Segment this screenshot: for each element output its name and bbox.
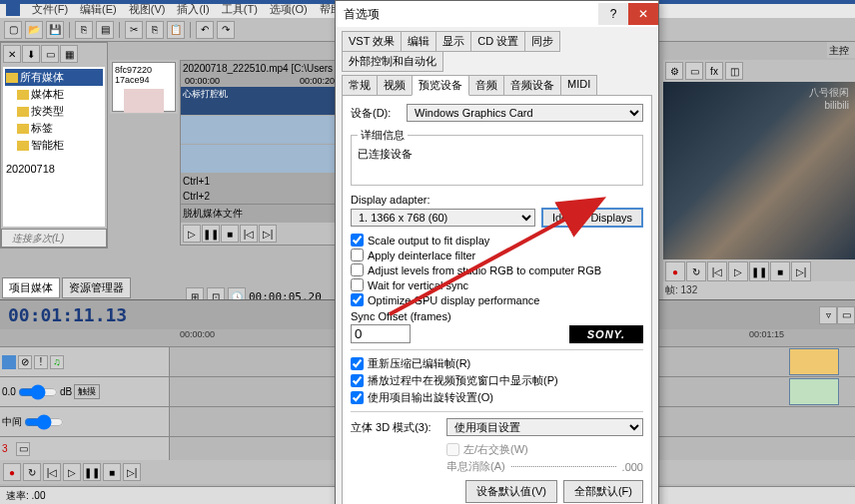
pv-fx-icon[interactable]: fx (705, 62, 723, 80)
sync-offset-input[interactable] (351, 324, 411, 343)
audio-wave-1[interactable] (181, 116, 339, 144)
tree-root[interactable]: 所有媒体 (5, 69, 103, 86)
pan-slider[interactable] (24, 418, 64, 426)
ctrl-2: Ctrl+2 (181, 189, 339, 204)
media-thumb[interactable]: 8fc97220 17ace94 (112, 62, 176, 112)
pv-stop-icon[interactable]: ■ (770, 261, 790, 281)
redo-icon[interactable]: ↷ (217, 21, 235, 39)
all-defaults-button[interactable]: 全部默认(F) (563, 480, 643, 503)
tab-vst[interactable]: VST 效果 (342, 31, 402, 52)
connect-input[interactable] (1, 229, 107, 248)
pv-loop-icon[interactable]: ↻ (686, 261, 706, 281)
clip-audio[interactable] (789, 378, 839, 405)
track3-icon[interactable]: ▭ (16, 442, 30, 456)
chk-rotation[interactable] (351, 391, 364, 404)
stop-icon[interactable]: ■ (221, 225, 239, 243)
pv-last-icon[interactable]: ▷| (791, 261, 811, 281)
tab-video[interactable]: 视频 (377, 75, 413, 96)
tab-cd[interactable]: CD 设置 (470, 31, 525, 52)
device-defaults-button[interactable]: 设备默认值(V) (465, 480, 557, 503)
cut-icon[interactable]: ✂ (125, 21, 143, 39)
tl-last-icon[interactable]: ▷| (123, 463, 141, 481)
stereo-select[interactable]: 使用项目设置 (446, 418, 643, 436)
watermark-text: 八号很闲 (809, 86, 849, 100)
tab-sync[interactable]: 同步 (524, 31, 560, 52)
preview-frame: 八号很闲 bilibili (663, 82, 855, 261)
chk-recomp[interactable] (351, 357, 364, 370)
refresh-icon[interactable]: ✕ (3, 45, 21, 63)
dialog-title: 首选项 (344, 6, 380, 23)
tl-play-icon[interactable]: ▷ (63, 463, 81, 481)
copy-icon[interactable]: ⎘ (146, 21, 164, 39)
media-explorer: ✕ ⬇ ▭ ▦ 所有媒体 媒体柜 按类型 标签 智能柜 20200718 (0, 42, 108, 249)
tl-pause-icon[interactable]: ❚❚ (83, 463, 101, 481)
prev-icon[interactable]: |◁ (240, 225, 258, 243)
tl-loop-icon[interactable]: ↻ (23, 463, 41, 481)
paste-icon[interactable]: 📋 (167, 21, 185, 39)
tab-project-media[interactable]: 项目媒体 (2, 277, 60, 298)
tree-file[interactable]: 20200718 (5, 162, 103, 176)
pv-ext-icon[interactable]: ▭ (685, 62, 703, 80)
vol-slider[interactable] (18, 388, 58, 396)
new-icon[interactable]: ▢ (4, 21, 22, 39)
tree-item[interactable]: 媒体柜 (5, 86, 103, 103)
tab-general[interactable]: 常规 (342, 75, 378, 96)
trimmer-panel: 20200718_222510.mp4 [C:\Users 00:00:0000… (180, 60, 340, 246)
tree-item[interactable]: 按类型 (5, 103, 103, 120)
pv-play-icon[interactable]: ▷ (728, 261, 748, 281)
tree-item[interactable]: 智能柜 (5, 137, 103, 154)
pv-pause-icon[interactable]: ❚❚ (749, 261, 769, 281)
req-icon[interactable]: ▦ (60, 45, 78, 63)
tab-display[interactable]: 显示 (435, 31, 471, 52)
audio-wave-2[interactable] (181, 145, 339, 173)
chk-gpu[interactable] (351, 293, 364, 306)
track-solo-icon[interactable]: ! (34, 355, 48, 369)
tab-preview-device[interactable]: 预览设备 (412, 75, 469, 96)
tl-first-icon[interactable]: |◁ (43, 463, 61, 481)
details-text: 已连接设备 (358, 147, 636, 181)
chk-deint[interactable] (351, 249, 364, 261)
import-icon[interactable]: ⬇ (22, 45, 40, 63)
folder-icon[interactable]: ▭ (41, 45, 59, 63)
marker-icon[interactable]: ▿ (819, 306, 837, 324)
pv-split-icon[interactable]: ◫ (725, 62, 743, 80)
tab-audio[interactable]: 音频 (468, 75, 504, 96)
tree-item[interactable]: 标签 (5, 120, 103, 137)
close-button[interactable]: ✕ (628, 3, 658, 25)
chk-vsync[interactable] (351, 278, 364, 291)
track-mute-icon[interactable]: ⊘ (18, 355, 32, 369)
sony-logo: SONY. (569, 325, 643, 343)
help-button[interactable]: ? (598, 3, 628, 25)
pv-first-icon[interactable]: |◁ (707, 261, 727, 281)
save-icon[interactable]: 💾 (46, 21, 64, 39)
tab-edit[interactable]: 编辑 (401, 31, 436, 52)
undo-icon[interactable]: ↶ (196, 21, 214, 39)
media-tree[interactable]: 所有媒体 媒体柜 按类型 标签 智能柜 20200718 (3, 67, 105, 227)
next-icon[interactable]: ▷| (259, 225, 277, 243)
chk-show-during[interactable] (351, 374, 364, 387)
ctrl-1: Ctrl+1 (181, 174, 339, 189)
open-icon[interactable]: 📂 (25, 21, 43, 39)
tl-stop-icon[interactable]: ■ (103, 463, 121, 481)
tab-audio-dev[interactable]: 音频设备 (503, 75, 561, 96)
play-icon[interactable]: ▷ (183, 225, 201, 243)
tl-rec-icon[interactable]: ● (3, 463, 21, 481)
track-fx-icon[interactable]: ♫ (50, 355, 64, 369)
chk-scale[interactable] (351, 234, 364, 247)
video-track[interactable]: 心标打腔机 (181, 87, 339, 115)
render-icon[interactable]: ⎘ (75, 21, 93, 39)
pv-gear-icon[interactable]: ⚙ (665, 62, 683, 80)
pause-icon[interactable]: ❚❚ (202, 225, 220, 243)
adapter-select[interactable]: 1. 1366 x 768 (60) (351, 209, 535, 227)
chk-adjust[interactable] (351, 263, 364, 276)
props-icon[interactable]: ▤ (96, 21, 114, 39)
region-icon[interactable]: ▭ (837, 306, 855, 324)
master-mixer-label: 主控 (827, 42, 855, 58)
clip-video[interactable] (789, 348, 839, 375)
tab-ext[interactable]: 外部控制和自动化 (342, 51, 443, 72)
identify-displays-button[interactable]: Identify Displays (541, 208, 643, 228)
tab-explorer[interactable]: 资源管理器 (62, 277, 131, 298)
pv-rec-icon[interactable]: ● (665, 261, 685, 281)
device-select[interactable]: Windows Graphics Card (407, 104, 643, 122)
tab-midi[interactable]: MIDI (560, 75, 597, 96)
